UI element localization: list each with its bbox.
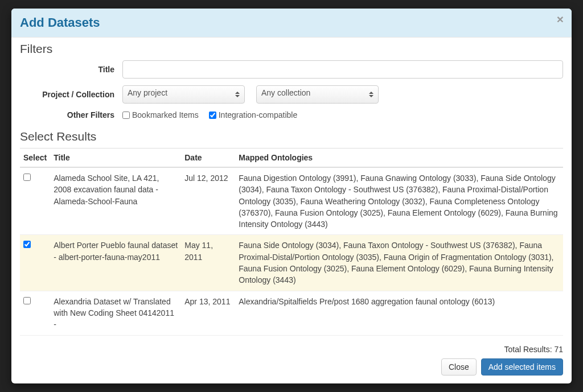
- title-label: Title: [20, 65, 122, 74]
- row-mapped-ontologies: Fauna Side Ontology (3034), Fauna Taxon …: [235, 235, 563, 291]
- row-date: May 11, 2011: [181, 235, 235, 291]
- row-title: Alameda School Site, LA 421, 2008 excava…: [50, 167, 181, 235]
- table-row[interactable]: Alexandria Dataset w/ Translated with Ne…: [20, 291, 563, 335]
- table-row[interactable]: Albert Porter Pueblo faunal dataset - al…: [20, 235, 563, 291]
- integration-checkbox-item[interactable]: Integration-compatible: [209, 110, 298, 119]
- results-section: Select Results Select Title Date Mapped …: [20, 130, 563, 336]
- filters-section: Filters Title Project / Collection Any p…: [20, 42, 563, 119]
- row-mapped-ontologies: Fauna Digestion Ontology (3991), Fauna G…: [235, 167, 563, 235]
- row-checkbox[interactable]: [23, 297, 31, 304]
- other-filters-label: Other Filters: [20, 110, 122, 119]
- modal-header: Add Datasets ×: [11, 9, 572, 38]
- project-select[interactable]: Any project: [122, 85, 245, 104]
- row-date: Apr 13, 2011: [181, 291, 235, 335]
- integration-checkbox[interactable]: [209, 112, 216, 119]
- row-title: Alexandria Dataset w/ Translated with Ne…: [50, 291, 181, 335]
- modal-footer: Total Results: 71 Close Add selected ite…: [11, 339, 572, 383]
- close-icon[interactable]: ×: [557, 13, 564, 25]
- bookmarked-checkbox[interactable]: [122, 112, 130, 119]
- column-mapped: Mapped Ontologies: [235, 148, 563, 167]
- column-date: Date: [181, 148, 235, 167]
- title-input[interactable]: [122, 60, 563, 79]
- integration-label: Integration-compatible: [219, 110, 298, 119]
- bookmarked-checkbox-item[interactable]: Bookmarked Items: [122, 110, 199, 119]
- project-collection-label: Project / Collection: [20, 90, 122, 99]
- add-datasets-modal: Add Datasets × Filters Title Project / C…: [11, 9, 572, 383]
- collection-select[interactable]: Any collection: [256, 85, 379, 104]
- bookmarked-label: Bookmarked Items: [132, 110, 199, 119]
- row-checkbox[interactable]: [23, 241, 31, 248]
- add-selected-button[interactable]: Add selected items: [481, 358, 563, 376]
- close-button[interactable]: Close: [441, 358, 477, 376]
- results-table-wrap[interactable]: Select Title Date Mapped Ontologies Alam…: [20, 148, 563, 336]
- modal-title: Add Datasets: [20, 15, 563, 30]
- results-heading: Select Results: [20, 130, 563, 143]
- row-mapped-ontologies: Alexandria/Spitalfields Pre/post 1680 ag…: [235, 291, 563, 335]
- column-title: Title: [50, 148, 181, 167]
- row-checkbox[interactable]: [23, 174, 31, 181]
- results-table: Select Title Date Mapped Ontologies Alam…: [20, 148, 563, 336]
- table-row[interactable]: Alameda School Site, LA 421, 2008 excava…: [20, 167, 563, 235]
- total-results: Total Results: 71: [20, 345, 563, 354]
- column-select: Select: [20, 148, 50, 167]
- row-date: Jul 12, 2012: [181, 167, 235, 235]
- row-title: Albert Porter Pueblo faunal dataset - al…: [50, 235, 181, 291]
- filters-heading: Filters: [20, 42, 563, 56]
